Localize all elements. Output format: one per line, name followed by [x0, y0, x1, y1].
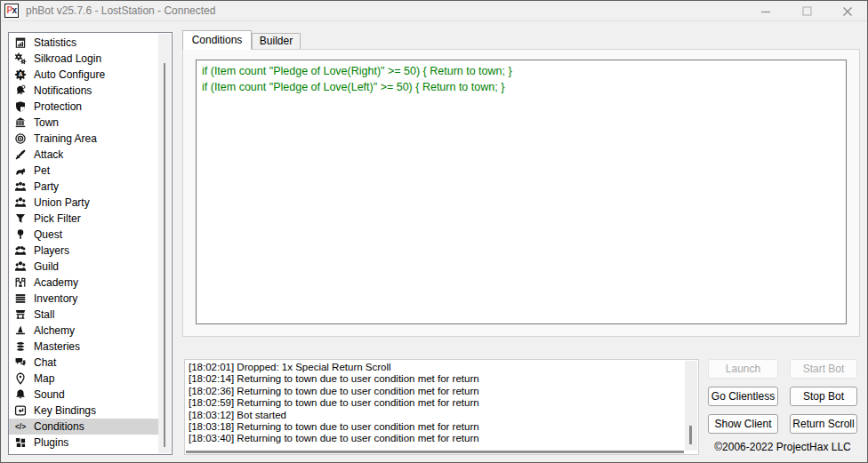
players-group-icon — [13, 244, 27, 258]
sidebar-item-label: Pet — [34, 164, 50, 177]
sidebar-item-label: Alchemy — [34, 324, 75, 337]
sidebar-item-sound[interactable]: Sound — [9, 387, 158, 403]
sidebar-item-players[interactable]: Players — [9, 243, 158, 259]
close-icon — [842, 6, 853, 17]
sidebar-item-label: Union Party — [34, 196, 90, 209]
sidebar-item-label: Silkroad Login — [34, 52, 101, 65]
return-scroll-button[interactable]: Return Scroll — [790, 414, 857, 434]
sidebar-item-protection[interactable]: Protection — [9, 99, 158, 115]
minimize-button[interactable] — [745, 1, 786, 21]
sidebar-item-pick-filter[interactable]: Pick Filter — [9, 211, 158, 227]
sidebar-item-label: Conditions — [34, 420, 84, 433]
sidebar-item-label: Plugins — [34, 436, 68, 449]
sidebar-item-statistics[interactable]: Statistics — [9, 35, 158, 51]
log-vertical-scrollbar-thumb[interactable] — [689, 426, 692, 444]
window-title: phBot v25.7.6 - LostStation - Connected — [26, 4, 215, 17]
log-line: [18:02:36] Returning to town due to user… — [189, 386, 682, 397]
sound-bell-icon — [13, 388, 27, 402]
funnel-icon — [13, 212, 27, 226]
condition-line: if (Item count "Pledge of Love(Left)" >=… — [202, 79, 840, 95]
log-line: [18:03:12] Bot started — [189, 410, 682, 421]
sidebar-item-map[interactable]: Map — [9, 371, 158, 387]
balloon-icon — [13, 228, 27, 242]
sidebar-item-auto-configure[interactable]: AAuto Configure — [9, 67, 158, 83]
go-clientless-button[interactable]: Go Clientless — [708, 387, 778, 406]
conditions-script-editor[interactable]: if (Item count "Pledge of Love(Right)" >… — [196, 60, 847, 324]
sidebar-item-silkroad-login[interactable]: Silkroad Login — [9, 51, 158, 67]
sidebar-item-inventory[interactable]: Inventory — [9, 291, 158, 307]
sidebar-item-label: Map — [34, 372, 54, 385]
sidebar-item-pet[interactable]: Pet — [9, 163, 158, 179]
sidebar: StatisticsSilkroad LoginAAuto ConfigureN… — [8, 32, 173, 455]
sidebar-item-alchemy[interactable]: Alchemy — [9, 323, 158, 339]
tab-builder[interactable]: Builder — [252, 33, 301, 49]
sidebar-item-guild[interactable]: Guild — [9, 259, 158, 275]
log-line: [18:02:59] Returning to town due to user… — [189, 397, 682, 409]
sidebar-item-stall[interactable]: Stall — [9, 307, 158, 323]
sidebar-item-quest[interactable]: Quest — [9, 227, 158, 243]
copyright-text: ©2006-2022 ProjectHax LLC — [704, 441, 861, 453]
show-client-button[interactable]: Show Client — [708, 414, 778, 434]
sidebar-item-label: Town — [34, 116, 59, 129]
sidebar-item-masteries[interactable]: Masteries — [9, 339, 158, 355]
minimize-icon — [760, 6, 771, 17]
launch-button: Launch — [708, 359, 778, 379]
log-line: [18:03:18] Returning to town due to user… — [189, 421, 682, 433]
px-logo-icon: Px — [4, 4, 19, 18]
sidebar-item-label: Key Bindings — [34, 404, 96, 417]
action-buttons: LaunchStart BotGo ClientlessStop BotShow… — [708, 359, 857, 434]
log-horizontal-scrollbar-thumb[interactable] — [186, 451, 684, 453]
sidebar-item-conditions[interactable]: </>Conditions — [9, 419, 158, 435]
sidebar-item-label: Training Area — [34, 132, 97, 145]
sidebar-item-label: Chat — [34, 356, 56, 369]
conditions-tab-pane: if (Item count "Pledge of Love(Right)" >… — [182, 49, 860, 337]
sword-icon — [13, 148, 27, 162]
log-line: [18:02:01] Dropped: 1x Special Return Sc… — [189, 362, 682, 373]
sidebar-item-label: Sound — [34, 388, 65, 401]
log-line: [18:03:40] Returning to town due to user… — [189, 433, 682, 444]
sidebar-item-label: Notifications — [34, 84, 92, 97]
sidebar-scrollbar-track[interactable] — [158, 34, 171, 453]
chat-bubbles-icon — [13, 356, 27, 370]
target-icon — [13, 132, 27, 146]
sidebar-item-notifications[interactable]: Notifications — [9, 83, 158, 99]
sidebar-scrollbar-thumb[interactable] — [164, 63, 165, 447]
sidebar-item-label: Protection — [34, 100, 82, 113]
union-people-icon — [13, 196, 27, 210]
people-group-icon — [13, 180, 27, 194]
log-output: [18:02:01] Dropped: 1x Special Return Sc… — [184, 359, 699, 455]
town-building-icon — [13, 116, 27, 130]
sidebar-item-key-bindings[interactable]: Key Bindings — [9, 403, 158, 419]
svg-text:A: A — [18, 71, 22, 77]
log-vertical-scrollbar-track[interactable] — [685, 361, 697, 451]
sidebar-item-party[interactable]: Party — [9, 179, 158, 195]
sidebar-item-label: Party — [34, 180, 59, 193]
sidebar-item-union-party[interactable]: Union Party — [9, 195, 158, 211]
stop-bot-button[interactable]: Stop Bot — [790, 387, 857, 406]
sidebar-item-training-area[interactable]: Training Area — [9, 131, 158, 147]
sidebar-item-label: Attack — [34, 148, 63, 161]
condition-line: if (Item count "Pledge of Love(Right)" >… — [202, 63, 840, 79]
sidebar-item-attack[interactable]: Attack — [9, 147, 158, 163]
sidebar-item-label: Statistics — [34, 36, 76, 49]
tab-conditions[interactable]: Conditions — [182, 30, 252, 50]
titlebar: Px phBot v25.7.6 - LostStation - Connect… — [1, 1, 867, 21]
puzzle-blocks-icon — [13, 436, 27, 450]
log-lines: [18:02:01] Dropped: 1x Special Return Sc… — [189, 362, 682, 445]
gears-icon — [13, 52, 27, 66]
sidebar-item-label: Pick Filter — [34, 212, 81, 225]
sidebar-item-plugins[interactable]: Plugins — [9, 435, 158, 451]
enter-key-icon — [13, 404, 27, 418]
sidebar-item-chat[interactable]: Chat — [9, 355, 158, 371]
sidebar-list: StatisticsSilkroad LoginAAuto ConfigureN… — [9, 35, 158, 451]
phbot-window: Px phBot v25.7.6 - LostStation - Connect… — [0, 0, 868, 463]
close-button[interactable] — [827, 1, 868, 21]
academy-flags-icon — [13, 276, 27, 290]
stall-icon — [13, 308, 27, 322]
maximize-button[interactable] — [786, 1, 827, 21]
sidebar-item-town[interactable]: Town — [9, 115, 158, 131]
sidebar-item-label: Inventory — [34, 292, 77, 305]
svg-text:</>: </> — [15, 422, 26, 431]
sidebar-item-academy[interactable]: Academy — [9, 275, 158, 291]
stacked-layers-icon — [13, 340, 27, 354]
